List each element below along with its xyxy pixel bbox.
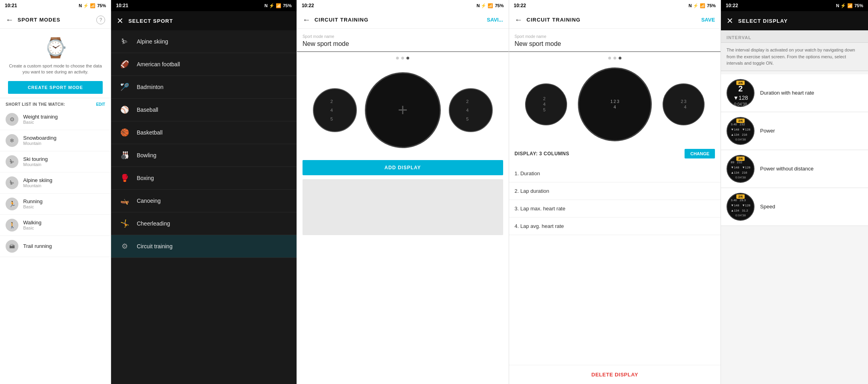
basketball-icon: 🏀 [119, 127, 130, 138]
create-sport-mode-button[interactable]: CREATE SPORT MODE [8, 81, 103, 94]
close-button[interactable]: ✕ [117, 16, 123, 26]
sport-menu-item-boxing[interactable]: 🥊 Boxing [111, 167, 297, 190]
back-button-3[interactable]: ← [303, 15, 311, 24]
list-item[interactable]: ⛷ Alpine skiing Mountain [0, 172, 111, 194]
list-item[interactable]: ⚙ Weight training Basic [0, 109, 111, 130]
status-icons-3: N ⚡ 📶 75% [476, 3, 504, 8]
watch-thumb-power-no-dist: 2/6 89 232 ▼148 ▼128 ▲134 216 0:04'38 [727, 155, 755, 183]
delete-display-button[interactable]: DELETE DISPLAY [509, 365, 721, 384]
sport-menu-item-bowling[interactable]: 🎳 Bowling [111, 144, 297, 167]
panel-select-display: 10:22 N ⚡ 📶 75% ✕ SELECT DISPLAY INTERVA… [721, 0, 868, 384]
display-option-label-power: Power [760, 128, 775, 134]
p3-header: ← CIRCUIT TRAINING SAVI... [297, 11, 509, 29]
sport-icon-running: 🏃 [6, 198, 18, 210]
shortlist-header: SHORT LIST IN THE WATCH: EDIT [0, 98, 111, 109]
dot-4-3 [619, 57, 621, 59]
save-button-4[interactable]: SAVE [701, 17, 715, 23]
sport-menu-item-circuit[interactable]: ⚙ Circuit training [111, 235, 297, 258]
list-item[interactable]: ❄ Snowboarding Mountain [0, 130, 111, 151]
save-button-3[interactable]: SAVI... [487, 17, 503, 23]
watch-main-4: 1 2 3 4 [578, 67, 652, 141]
watch-display-area-3: 2 4 5 + 2 4 5 [297, 64, 509, 156]
circuit-icon: ⚙ [119, 241, 130, 252]
page-title: SPORT MODES [18, 17, 96, 23]
panel-circuit-add: 10:22 N ⚡ 📶 75% ← CIRCUIT TRAINING SAVI.… [297, 0, 509, 384]
baseball-icon: ⚾ [119, 104, 130, 115]
watch-thumb-power: 2/6 3.40 232 ▼148 ▼128 ▲134 216 0:04'38 [727, 117, 755, 145]
sport-list: ⚙ Weight training Basic ❄ Snowboarding M… [0, 109, 111, 384]
mode-name-4[interactable]: New sport mode [509, 40, 721, 52]
dots-indicator-3 [297, 52, 509, 64]
p5-title: SELECT DISPLAY [738, 18, 788, 24]
sport-menu-item-baseball[interactable]: ⚾ Baseball [111, 99, 297, 121]
close-button-5[interactable]: ✕ [727, 16, 733, 26]
status-icons-5: N ⚡ 📶 75% [836, 3, 863, 8]
sport-menu-item-football[interactable]: 🏈 American football [111, 53, 297, 76]
change-button[interactable]: CHANGE [685, 149, 715, 158]
sport-icon-ski-tour: ⛷ [6, 155, 18, 168]
sport-menu-item-canoeing[interactable]: 🛶 Canoeing [111, 190, 297, 212]
watch-side-left-4: 2 4 5 [525, 83, 567, 125]
dot-2 [401, 57, 404, 59]
p4-header: ← CIRCUIT TRAINING SAVE [509, 11, 721, 29]
sport-icon-snow: ❄ [6, 134, 18, 147]
status-icons-1: N ⚡ 📶 75% [79, 3, 106, 8]
mode-name-3[interactable]: New sport mode [297, 40, 509, 52]
edit-button[interactable]: EDIT [96, 102, 105, 107]
panel-sport-modes: 10:21 N ⚡ 📶 75% ← SPORT MODES ? ⌚ Create… [0, 0, 111, 384]
sport-menu: ⛷ Alpine skiing 🏈 American football 🏸 Ba… [111, 30, 297, 384]
p3-title: CIRCUIT TRAINING [315, 17, 487, 23]
display-option-label-duration-hr: Duration with heart rate [760, 90, 814, 96]
add-display-button[interactable]: ADD DISPLAY [303, 160, 503, 175]
status-bar-2: 10:21 N ⚡ 📶 75% [111, 0, 297, 11]
sport-menu-item-basketball[interactable]: 🏀 Basketball [111, 121, 297, 144]
watch-badge: 2/6 [737, 81, 745, 85]
display-columns-bar: DISPLAY: 3 COLUMNS CHANGE [509, 144, 721, 163]
status-bar-1: 10:21 N ⚡ 📶 75% [0, 0, 111, 11]
watch-badge-power-no-dist: 2/6 [737, 156, 745, 161]
empty-display-area [303, 179, 503, 235]
p1-header: ← SPORT MODES ? [0, 11, 111, 29]
display-option-label-speed: Speed [760, 204, 775, 210]
display-item-1: 1. Duration [509, 165, 721, 182]
boxing-icon: 🥊 [119, 172, 130, 184]
status-icons-2: N ⚡ 📶 75% [265, 3, 292, 8]
display-option-power[interactable]: 2/6 3.40 232 ▼148 ▼128 ▲134 216 0:04'38 … [721, 112, 868, 150]
watch-badge-speed: 2/6 [737, 194, 745, 199]
list-item[interactable]: 🏃 Running Basic [0, 194, 111, 215]
sport-menu-item-alpine[interactable]: ⛷ Alpine skiing [111, 30, 297, 53]
dot-4-1 [608, 57, 611, 59]
display-columns-label: DISPLAY: 3 COLUMNS [515, 151, 569, 156]
dots-indicator-4 [509, 52, 721, 64]
hero-section: ⌚ Create a custom sport mode to choose t… [0, 29, 111, 98]
time-2: 10:21 [116, 3, 128, 8]
back-button[interactable]: ← [6, 15, 14, 24]
display-item-2: 2. Lap duration [509, 182, 721, 200]
football-icon: 🏈 [119, 59, 130, 70]
sport-menu-item-cheerleading[interactable]: 🤸 Cheerleading [111, 212, 297, 235]
p5-header: ✕ SELECT DISPLAY [721, 11, 868, 30]
display-option-speed[interactable]: 2/6 3.40 29.3 ▼148 ▼128 ▲134 31.2 0:04'3… [721, 188, 868, 226]
p4-title: CIRCUIT TRAINING [527, 17, 701, 23]
panel-select-sport: 10:21 N ⚡ 📶 75% ✕ SELECT SPORT ⛷ Alpine … [111, 0, 297, 384]
mode-label-4: Sport mode name [509, 29, 721, 40]
watch-thumb-speed: 2/6 3.40 29.3 ▼148 ▼128 ▲134 31.2 0:04'3… [727, 193, 755, 221]
list-item[interactable]: ⛷ Ski touring Mountain [0, 151, 111, 172]
alpine-icon: ⛷ [119, 36, 130, 47]
status-bar-4: 10:22 N ⚡ 📶 75% [509, 0, 721, 11]
time-5: 10:22 [726, 3, 738, 8]
sport-icon-trail: 🏔 [6, 240, 18, 253]
display-option-duration-hr[interactable]: 2/6 2 ▼128 0:04'38 Duration with heart r… [721, 74, 868, 112]
sport-icon-weight: ⚙ [6, 113, 18, 126]
list-item[interactable]: 🏔 Trail running [0, 236, 111, 257]
watch-side-right-3: 2 4 5 [449, 88, 493, 132]
status-icons-4: N ⚡ 📶 75% [689, 3, 716, 8]
list-item[interactable]: 🚶 Walking Basic [0, 215, 111, 236]
p2-title: SELECT SPORT [128, 18, 173, 24]
display-option-power-no-dist[interactable]: 2/6 89 232 ▼148 ▼128 ▲134 216 0:04'38 Po… [721, 150, 868, 188]
cheerleading-icon: 🤸 [119, 218, 130, 229]
sport-menu-item-badminton[interactable]: 🏸 Badminton [111, 76, 297, 99]
back-button-4[interactable]: ← [515, 15, 523, 24]
help-button[interactable]: ? [96, 16, 105, 24]
badminton-icon: 🏸 [119, 81, 130, 93]
